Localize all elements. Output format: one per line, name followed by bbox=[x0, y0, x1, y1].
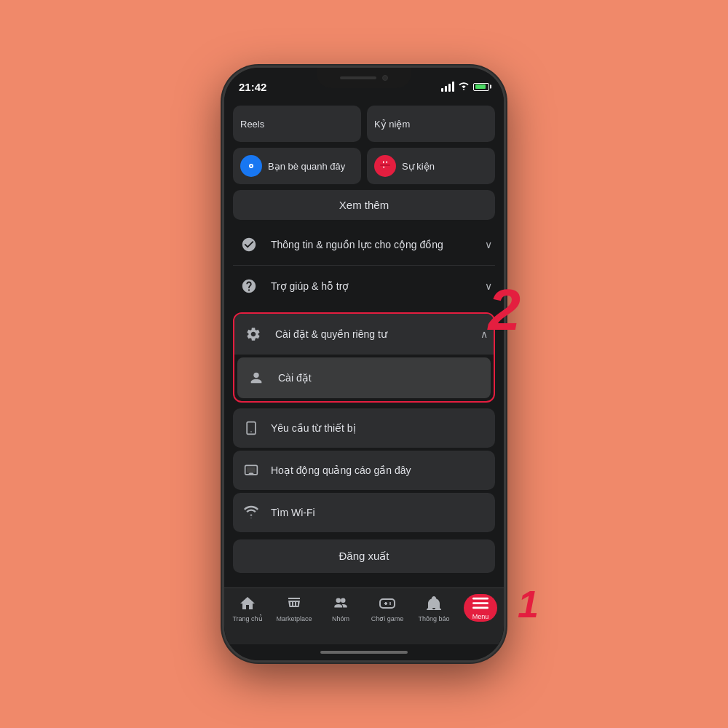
wifi-icon bbox=[458, 82, 470, 92]
svg-point-16 bbox=[389, 602, 391, 604]
notch bbox=[317, 68, 411, 88]
tab-home-label: Trang chủ bbox=[232, 615, 262, 622]
tab-menu[interactable]: Menu bbox=[457, 594, 504, 622]
battery-icon bbox=[473, 83, 489, 91]
settings-chevron: ∧ bbox=[480, 328, 488, 340]
tab-notifications[interactable]: Thông báo bbox=[411, 594, 457, 622]
tab-menu-label: Menu bbox=[472, 613, 489, 620]
ad-activity-item[interactable]: Hoạt động quảng cáo gần đây bbox=[233, 451, 495, 490]
reels-tile[interactable]: Reels bbox=[233, 106, 361, 142]
ad-label: Hoạt động quảng cáo gần đây bbox=[271, 464, 411, 476]
signal-bars bbox=[441, 82, 454, 92]
phone-frame: 21:42 bbox=[222, 66, 506, 662]
nearby-icon bbox=[240, 155, 262, 177]
settings-header-label: Cài đặt & quyền riêng tư bbox=[275, 328, 472, 340]
svg-point-10 bbox=[250, 431, 252, 432]
svg-rect-7 bbox=[383, 167, 384, 168]
logout-button[interactable]: Đăng xuất bbox=[233, 539, 495, 573]
nearby-tile[interactable]: Bạn bè quanh đây bbox=[233, 148, 361, 184]
status-time: 21:42 bbox=[239, 81, 266, 93]
events-tile[interactable]: Sự kiện bbox=[367, 148, 495, 184]
memory-tile[interactable]: Kỷ niệm bbox=[367, 106, 495, 142]
tab-gaming[interactable]: Chơi game bbox=[364, 594, 411, 622]
help-label: Trợ giúp & hỗ trợ bbox=[271, 280, 476, 292]
settings-sub-icon bbox=[243, 365, 269, 391]
svg-point-13 bbox=[336, 598, 341, 603]
events-label: Sự kiện bbox=[402, 161, 435, 172]
community-info-item[interactable]: Thông tin & nguồn lực cho cộng đồng ∨ bbox=[233, 224, 495, 266]
svg-rect-5 bbox=[383, 161, 384, 163]
community-label: Thông tin & nguồn lực cho cộng đồng bbox=[271, 239, 476, 250]
annotation-2: 2 bbox=[488, 277, 521, 344]
wifi-item-icon bbox=[240, 502, 262, 523]
svg-rect-20 bbox=[472, 607, 488, 609]
top-row: Reels Kỷ niệm bbox=[233, 106, 495, 142]
phone-screen: 21:42 bbox=[224, 68, 504, 660]
ad-icon bbox=[240, 459, 262, 481]
settings-sub-item[interactable]: Cài đặt bbox=[237, 357, 491, 398]
device-label: Yêu cầu từ thiết bị bbox=[271, 422, 356, 434]
phone-container: 21:42 bbox=[222, 66, 506, 662]
tab-home[interactable]: Trang chủ bbox=[224, 594, 271, 622]
tab-gaming-label: Chơi game bbox=[371, 615, 404, 622]
settings-header[interactable]: Cài đặt & quyền riêng tư ∧ bbox=[234, 314, 494, 355]
svg-point-17 bbox=[389, 604, 391, 605]
tab-notifications-label: Thông báo bbox=[418, 615, 449, 622]
wifi-label: Tìm Wi-Fi bbox=[271, 507, 315, 518]
help-support-item[interactable]: Trợ giúp & hỗ trợ ∨ bbox=[233, 266, 495, 306]
scroll-content: Reels Kỷ niệm Bạn bè quanh đây bbox=[224, 100, 504, 660]
see-more-button[interactable]: Xem thêm bbox=[233, 190, 495, 220]
nearby-label: Bạn bè quanh đây bbox=[268, 161, 345, 172]
svg-rect-19 bbox=[472, 602, 488, 604]
section-list: Thông tin & nguồn lực cho cộng đồng ∨ Tr… bbox=[233, 224, 495, 306]
groups-icon bbox=[331, 594, 350, 613]
tab-bar: Trang chủ Marketplace Nhóm bbox=[224, 587, 504, 644]
bell-icon bbox=[424, 594, 443, 613]
help-icon bbox=[236, 273, 262, 299]
other-items: Yêu cầu từ thiết bị Hoạt động quảng cáo … bbox=[233, 408, 495, 532]
wifi-item[interactable]: Tìm Wi-Fi bbox=[233, 493, 495, 532]
status-icons bbox=[441, 82, 489, 92]
settings-gear-icon bbox=[240, 321, 266, 347]
store-icon bbox=[285, 594, 304, 613]
tab-marketplace-label: Marketplace bbox=[276, 615, 312, 622]
home-bar bbox=[320, 651, 408, 654]
svg-rect-6 bbox=[387, 161, 388, 163]
tab-marketplace[interactable]: Marketplace bbox=[271, 594, 317, 622]
svg-point-2 bbox=[250, 165, 252, 167]
svg-rect-4 bbox=[380, 165, 390, 166]
events-icon bbox=[374, 155, 396, 177]
game-icon bbox=[378, 594, 397, 613]
reels-label: Reels bbox=[240, 119, 264, 130]
home-icon bbox=[238, 594, 257, 613]
menu-icon bbox=[471, 596, 490, 612]
community-icon bbox=[236, 232, 262, 258]
svg-rect-3 bbox=[380, 162, 390, 171]
annotation-1: 1 bbox=[518, 582, 539, 626]
notch-camera bbox=[382, 75, 388, 81]
svg-rect-18 bbox=[472, 598, 488, 600]
community-chevron: ∨ bbox=[485, 239, 492, 250]
tab-groups[interactable]: Nhóm bbox=[317, 594, 364, 622]
svg-point-8 bbox=[253, 373, 258, 378]
memory-label: Kỷ niệm bbox=[374, 119, 410, 130]
svg-rect-12 bbox=[247, 467, 256, 473]
device-icon bbox=[240, 417, 262, 439]
svg-point-14 bbox=[341, 598, 346, 603]
device-request-item[interactable]: Yêu cầu từ thiết bị bbox=[233, 408, 495, 448]
home-indicator bbox=[224, 644, 504, 660]
menu-content: Reels Kỷ niệm Bạn bè quanh đây bbox=[224, 100, 504, 587]
settings-sub-label: Cài đặt bbox=[278, 372, 485, 384]
settings-privacy-section: Cài đặt & quyền riêng tư ∧ Cài đặt bbox=[233, 312, 495, 403]
mid-row: Bạn bè quanh đây Sự kiện bbox=[233, 148, 495, 184]
tab-groups-label: Nhóm bbox=[332, 615, 349, 622]
notch-speaker bbox=[340, 76, 376, 79]
